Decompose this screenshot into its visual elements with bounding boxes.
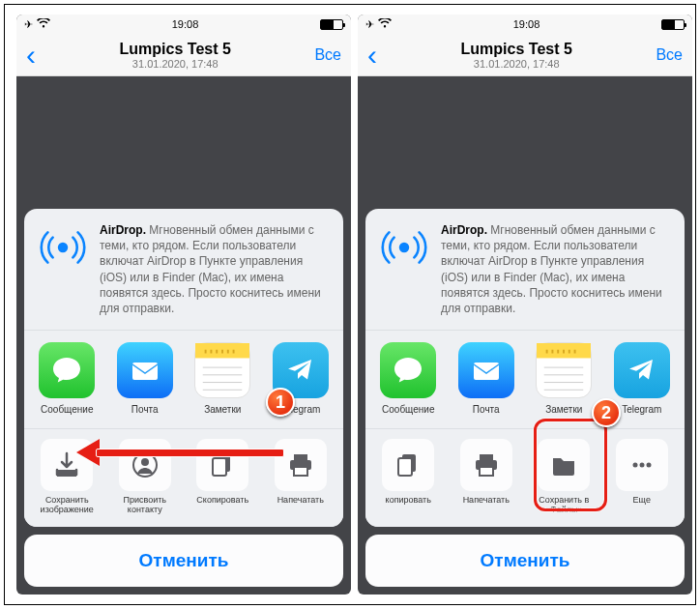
action-copy[interactable]: копировать xyxy=(369,439,448,515)
airdrop-text: AirDrop. Мгновенный обмен данными с теми… xyxy=(100,222,330,316)
action-more[interactable]: Еще xyxy=(603,439,682,515)
svg-rect-12 xyxy=(474,362,499,380)
marker-1: 1 xyxy=(266,388,295,417)
airdrop-text: AirDrop. Мгновенный обмен данными с теми… xyxy=(441,222,671,316)
battery-icon xyxy=(320,19,343,30)
airplane-icon: ✈︎ xyxy=(365,18,374,31)
nav-bar: ‹ Lumpics Test 531.01.2020, 17:48 Все xyxy=(16,34,351,76)
nav-title: Lumpics Test 5 xyxy=(377,41,656,58)
back-button[interactable]: ‹ xyxy=(26,41,36,70)
svg-point-11 xyxy=(399,243,409,252)
back-button[interactable]: ‹ xyxy=(367,41,377,70)
svg-point-20 xyxy=(639,463,644,468)
status-time: 19:08 xyxy=(172,18,199,30)
nav-title: Lumpics Test 5 xyxy=(36,41,314,58)
share-sheet: AirDrop. Мгновенный обмен данными с теми… xyxy=(16,209,351,594)
phone-left: ✈︎ 19:08 ‹ Lumpics Test 531.01.2020, 17:… xyxy=(16,14,351,594)
svg-rect-18 xyxy=(480,467,493,476)
action-row: копировать Напечатать Сохранить в «Файлы… xyxy=(365,428,685,527)
status-bar: ✈︎ 19:08 xyxy=(358,14,692,34)
cancel-button[interactable]: Отменить xyxy=(24,535,343,587)
battery-icon xyxy=(661,19,685,30)
nav-subtitle: 31.01.2020, 17:48 xyxy=(377,58,656,70)
phone-right: ✈︎ 19:08 ‹ Lumpics Test 531.01.2020, 17:… xyxy=(358,14,692,594)
wifi-icon xyxy=(37,18,50,30)
status-bar: ✈︎ 19:08 xyxy=(16,14,351,34)
airdrop-icon xyxy=(379,222,429,273)
cancel-button[interactable]: Отменить xyxy=(365,535,685,587)
share-sheet: AirDrop. Мгновенный обмен данными с теми… xyxy=(358,209,692,594)
airdrop-icon xyxy=(38,222,88,273)
all-button[interactable]: Все xyxy=(656,46,683,64)
nav-subtitle: 31.01.2020, 17:48 xyxy=(36,58,314,70)
svg-rect-10 xyxy=(294,467,307,476)
app-notes[interactable]: Заметки xyxy=(184,342,262,415)
all-button[interactable]: Все xyxy=(314,46,341,64)
container: ✈︎ 19:08 ‹ Lumpics Test 531.01.2020, 17:… xyxy=(4,4,696,605)
app-notes[interactable]: Заметки xyxy=(525,342,603,415)
marker-2: 2 xyxy=(592,398,621,427)
svg-rect-15 xyxy=(398,458,412,476)
svg-rect-8 xyxy=(294,454,307,460)
swipe-arrow xyxy=(76,438,289,467)
highlight-save-files xyxy=(534,419,607,511)
svg-rect-1 xyxy=(132,362,158,380)
svg-point-21 xyxy=(646,463,651,468)
svg-rect-3 xyxy=(57,470,76,477)
app-mail[interactable]: Почта xyxy=(448,342,526,415)
svg-point-19 xyxy=(632,463,637,468)
svg-rect-16 xyxy=(480,454,493,460)
app-messages[interactable]: Сообщение xyxy=(369,342,448,415)
app-row: Сообщение Почта Заметки Telegram xyxy=(365,330,685,428)
nav-bar: ‹ Lumpics Test 531.01.2020, 17:48 Все xyxy=(358,34,692,76)
action-print[interactable]: Напечатать xyxy=(448,439,526,515)
airdrop-row[interactable]: AirDrop. Мгновенный обмен данными с теми… xyxy=(24,209,343,330)
app-messages[interactable]: Сообщение xyxy=(28,342,106,415)
wifi-icon xyxy=(378,18,392,30)
app-mail[interactable]: Почта xyxy=(106,342,185,415)
status-time: 19:08 xyxy=(513,18,540,30)
airdrop-row[interactable]: AirDrop. Мгновенный обмен данными с теми… xyxy=(365,209,685,330)
airplane-icon: ✈︎ xyxy=(24,18,33,31)
svg-point-0 xyxy=(58,243,68,252)
app-row: Сообщение Почта Заметки Telegram xyxy=(24,330,343,428)
